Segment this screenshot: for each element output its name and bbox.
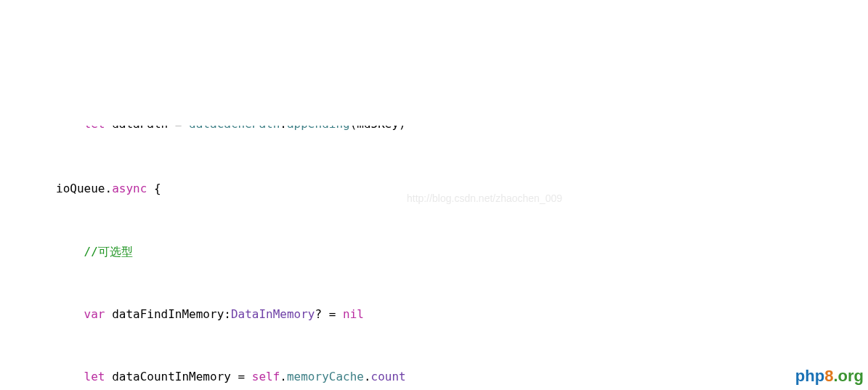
- code-line: let dataCountInMemory = self.memoryCache…: [0, 369, 868, 385]
- code-line: let dataPath = dataCachePath.appending(m…: [0, 126, 868, 134]
- code-line: var dataFindInMemory:DataInMemory? = nil: [0, 306, 868, 322]
- code-line: //可选型: [0, 244, 868, 260]
- code-line: ioQueue.async {: [0, 182, 868, 198]
- site-logo: php8.org: [787, 344, 864, 387]
- code-editor[interactable]: let dataPath = dataCachePath.appending(m…: [0, 62, 868, 390]
